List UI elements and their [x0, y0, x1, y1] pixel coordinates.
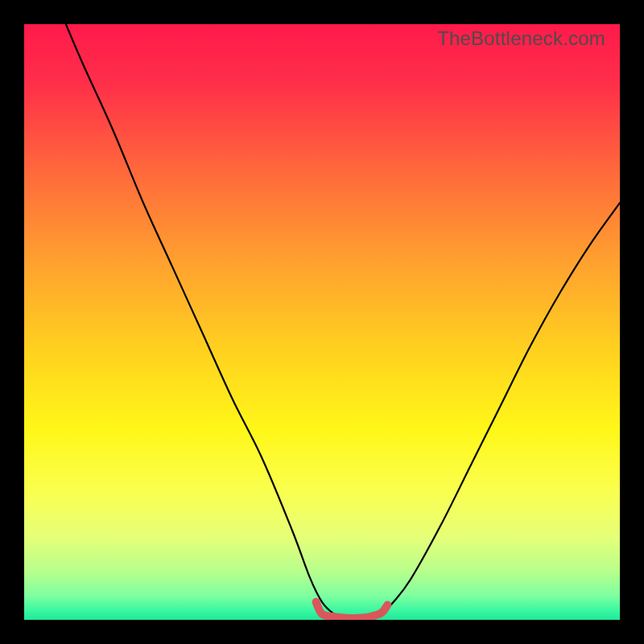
plot-area: TheBottleneck.com — [24, 24, 620, 620]
optimal-flat-segment — [316, 602, 388, 618]
bottleneck-curve — [66, 24, 620, 620]
watermark-text: TheBottleneck.com — [437, 27, 605, 50]
curve-layer — [24, 24, 620, 620]
chart-frame: TheBottleneck.com — [0, 0, 644, 644]
